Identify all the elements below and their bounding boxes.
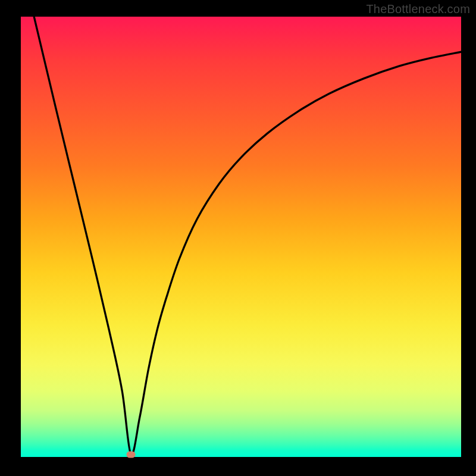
watermark-text: TheBottleneck.com	[366, 2, 470, 16]
optimal-point-marker	[127, 451, 136, 458]
chart-frame: TheBottleneck.com	[0, 0, 476, 476]
curve-layer	[21, 17, 461, 457]
bottleneck-curve	[34, 17, 461, 455]
